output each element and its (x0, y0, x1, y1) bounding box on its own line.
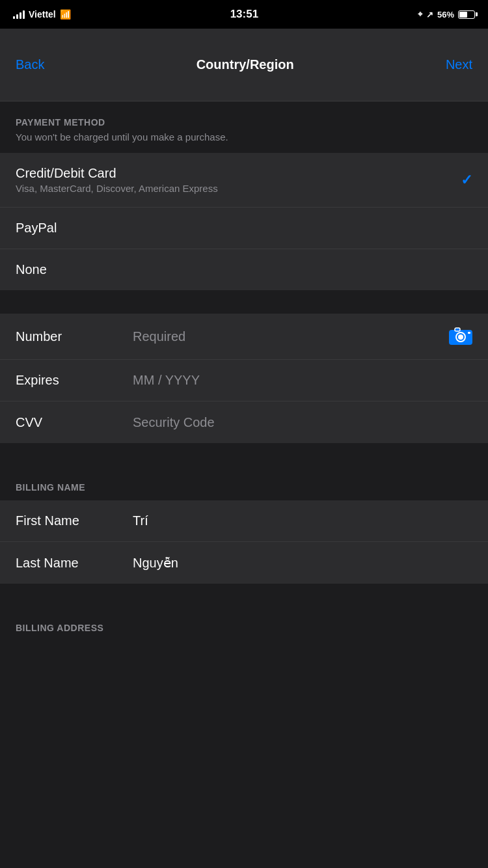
credit-debit-card-title: Credit/Debit Card (16, 166, 461, 181)
option-paypal[interactable]: PayPal (0, 208, 488, 249)
none-title: None (16, 262, 472, 277)
camera-icon[interactable] (449, 327, 472, 346)
carrier-name: Viettel (29, 9, 56, 20)
section-gap-2 (0, 443, 488, 467)
payment-method-header: PAYMENT METHOD You won't be charged unti… (0, 102, 488, 153)
signal-icon (13, 10, 25, 19)
card-fields-group: Number Required Expires MM / YYYY CVV Se… (0, 314, 488, 443)
first-name-value[interactable]: Trí (133, 513, 472, 528)
payment-options-group: Credit/Debit Card Visa, MasterCard, Disc… (0, 153, 488, 290)
svg-point-2 (458, 334, 463, 340)
billing-name-header: BILLING NAME (0, 467, 488, 500)
svg-rect-4 (455, 328, 460, 331)
option-none[interactable]: None (0, 249, 488, 290)
nav-title: Country/Region (197, 57, 294, 72)
status-time: 13:51 (230, 8, 258, 21)
payment-method-subtitle: You won't be charged until you make a pu… (16, 131, 472, 142)
paypal-title: PayPal (16, 221, 472, 236)
wifi-icon: 📶 (60, 9, 71, 20)
battery-icon (458, 10, 475, 19)
card-expires-row[interactable]: Expires MM / YYYY (0, 360, 488, 401)
paypal-content: PayPal (16, 221, 472, 236)
payment-method-title: PAYMENT METHOD (16, 117, 472, 128)
section-gap-3 (0, 584, 488, 607)
billing-address-title: BILLING ADDRESS (16, 623, 472, 633)
navigation-icon: ↗ (426, 10, 433, 20)
card-expires-label: Expires (16, 373, 133, 388)
card-cvv-value[interactable]: Security Code (133, 415, 472, 430)
billing-address-header: BILLING ADDRESS (0, 607, 488, 641)
none-content: None (16, 262, 472, 277)
card-number-value[interactable]: Required (133, 329, 442, 344)
billing-name-fields: First Name Trí Last Name Nguyễn (0, 500, 488, 584)
card-number-row[interactable]: Number Required (0, 314, 488, 360)
card-cvv-label: CVV (16, 415, 133, 430)
back-button[interactable]: Back (16, 57, 44, 72)
status-bar: Viettel 📶 13:51 ⌖ ↗ 56% (0, 0, 488, 29)
location-icon: ⌖ (418, 9, 422, 20)
card-number-label: Number (16, 329, 133, 344)
nav-bar: Back Country/Region Next (0, 29, 488, 102)
card-expires-value[interactable]: MM / YYYY (133, 373, 472, 388)
status-left: Viettel 📶 (13, 9, 71, 20)
first-name-row[interactable]: First Name Trí (0, 500, 488, 542)
credit-debit-card-content: Credit/Debit Card Visa, MasterCard, Disc… (16, 166, 461, 194)
card-cvv-row[interactable]: CVV Security Code (0, 401, 488, 443)
first-name-label: First Name (16, 513, 133, 528)
credit-card-checkmark: ✓ (461, 172, 472, 189)
status-right: ⌖ ↗ 56% (418, 9, 475, 20)
battery-percent: 56% (437, 10, 454, 20)
last-name-value[interactable]: Nguyễn (133, 555, 472, 571)
billing-name-title: BILLING NAME (16, 482, 472, 493)
credit-debit-card-subtitle: Visa, MasterCard, Discover, American Exp… (16, 183, 461, 194)
battery-fill (459, 12, 467, 18)
section-gap-1 (0, 290, 488, 314)
last-name-row[interactable]: Last Name Nguyễn (0, 542, 488, 584)
last-name-label: Last Name (16, 556, 133, 571)
svg-rect-5 (468, 332, 470, 334)
next-button[interactable]: Next (446, 57, 472, 72)
option-credit-debit-card[interactable]: Credit/Debit Card Visa, MasterCard, Disc… (0, 153, 488, 208)
